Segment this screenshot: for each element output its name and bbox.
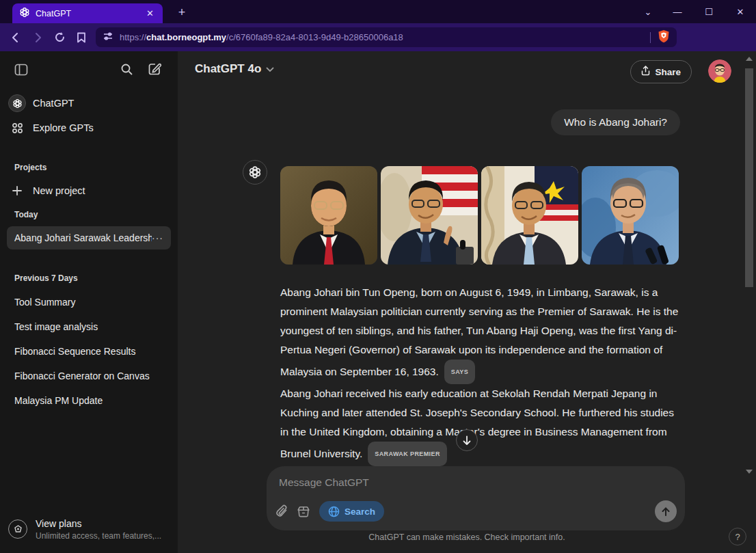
new-chat-icon[interactable]: [148, 62, 161, 79]
maximize-button[interactable]: ☐: [693, 0, 725, 23]
image-results-row: [280, 166, 679, 265]
scroll-to-bottom-button[interactable]: [456, 429, 478, 451]
user-avatar[interactable]: [708, 59, 731, 83]
browser-titlebar: ChatGPT ✕ + ⌄ — ☐ ✕: [0, 0, 756, 23]
model-switcher[interactable]: ChatGPT 4o: [195, 62, 274, 76]
projects-header: Projects: [14, 163, 46, 172]
chatgpt-favicon-icon: [19, 7, 30, 21]
user-message: Who is Abang Johari?: [551, 109, 680, 135]
share-icon: [641, 66, 650, 78]
message-input[interactable]: [279, 474, 662, 491]
chat-options-icon[interactable]: ···: [152, 232, 163, 243]
chatgpt-app: ChatGPT Explore GPTs Projects New projec…: [0, 51, 756, 553]
plus-icon: [8, 185, 26, 196]
upgrade-icon: [8, 520, 27, 539]
chat-main: ChatGPT 4o Share Who is Abang Johari?: [178, 51, 756, 553]
view-plans-button[interactable]: View plans Unlimited access, team featur…: [0, 511, 178, 547]
brave-shield-icon[interactable]: [658, 29, 670, 46]
sidebar-chat-active[interactable]: Abang Johari Sarawak Leadersh ···: [7, 226, 171, 249]
scrollbar-down-arrow[interactable]: [746, 470, 753, 474]
toolbox-icon[interactable]: [297, 504, 310, 518]
paragraph-text: Abang Johari received his early educatio…: [280, 388, 674, 459]
sidebar-item-explore-gpts[interactable]: Explore GPTs: [0, 117, 178, 139]
new-tab-button[interactable]: +: [174, 5, 190, 20]
disclaimer-text: ChatGPT can make mistakes. Check importa…: [178, 532, 756, 542]
result-image-2[interactable]: [381, 166, 478, 265]
arrow-down-icon: [462, 435, 472, 446]
view-plans-subtitle: Unlimited access, team features,...: [36, 531, 161, 541]
sidebar-chat-item[interactable]: Malaysia PM Update: [7, 389, 171, 412]
tab-close-icon[interactable]: ✕: [144, 8, 156, 18]
citation-badge-says[interactable]: SAYS: [444, 360, 475, 384]
sidebar-chat-item[interactable]: Fibonacci Generator on Canvas: [7, 364, 171, 388]
chat-title: Abang Johari Sarawak Leadersh: [14, 232, 152, 243]
tab-search-icon[interactable]: ⌄: [634, 0, 662, 23]
scrollbar-up-arrow[interactable]: [746, 57, 753, 61]
share-label: Share: [655, 67, 681, 77]
previous-7-days-header: Previous 7 Days: [14, 273, 78, 283]
minimize-button[interactable]: —: [662, 0, 693, 23]
attach-icon[interactable]: [276, 504, 288, 518]
bookmark-icon[interactable]: [72, 29, 90, 46]
close-button[interactable]: ✕: [725, 0, 756, 23]
citation-badge-sarawak-premier[interactable]: SARAWAK PREMIER: [368, 442, 447, 466]
search-label: Search: [345, 507, 375, 517]
sidebar-chat-item[interactable]: Tool Summary: [7, 291, 171, 314]
help-button[interactable]: ?: [729, 528, 746, 545]
assistant-paragraph-1: Abang Johari bin Tun Openg, born on Augu…: [280, 283, 685, 384]
back-icon[interactable]: [7, 29, 25, 46]
forward-icon[interactable]: [29, 29, 46, 46]
scrollbar[interactable]: [745, 51, 755, 476]
scrollbar-thumb[interactable]: [745, 68, 753, 287]
reload-icon[interactable]: [51, 29, 68, 46]
site-settings-icon[interactable]: [103, 31, 113, 44]
result-image-4[interactable]: [582, 166, 679, 265]
chatgpt-logo-icon: [8, 94, 26, 112]
sidebar-item-label: New project: [33, 185, 85, 196]
sidebar-item-new-project[interactable]: New project: [0, 180, 178, 202]
chevron-down-icon: [266, 62, 274, 76]
url-text: https://chat.borneogpt.my/c/6760fa89-82a…: [120, 32, 643, 42]
grid-icon: [8, 122, 26, 134]
result-image-3[interactable]: [481, 166, 578, 265]
addressbar-divider: [650, 32, 651, 43]
window-controls: ⌄ — ☐ ✕: [634, 0, 756, 23]
browser-window: ChatGPT ✕ + ⌄ — ☐ ✕: [0, 0, 756, 553]
assistant-paragraph-2: Abang Johari received his early educatio…: [280, 384, 685, 466]
tab-title: ChatGPT: [36, 9, 139, 18]
search-toggle[interactable]: Search: [319, 501, 384, 522]
browser-tab-chatgpt[interactable]: ChatGPT ✕: [12, 3, 163, 23]
sidebar-item-label: ChatGPT: [33, 98, 74, 109]
sidebar-item-chatgpt[interactable]: ChatGPT: [0, 92, 178, 114]
browser-toolbar: https://chat.borneogpt.my/c/6760fa89-82a…: [0, 23, 756, 51]
sidebar: ChatGPT Explore GPTs Projects New projec…: [0, 51, 178, 553]
result-image-1[interactable]: [280, 166, 377, 265]
assistant-avatar-icon: [243, 160, 267, 185]
globe-icon: [328, 506, 340, 517]
today-header: Today: [14, 210, 38, 219]
arrow-up-icon: [661, 507, 671, 517]
composer[interactable]: Search: [267, 466, 685, 530]
share-button[interactable]: Share: [630, 60, 692, 83]
model-name: ChatGPT 4o: [195, 62, 261, 76]
search-icon[interactable]: [120, 63, 133, 79]
sidebar-toggle-icon[interactable]: [14, 62, 29, 80]
address-bar[interactable]: https://chat.borneogpt.my/c/6760fa89-82a…: [96, 27, 677, 47]
sidebar-chat-item[interactable]: Test image analysis: [7, 315, 171, 338]
sidebar-chat-item[interactable]: Fibonacci Sequence Results: [7, 340, 171, 363]
send-button[interactable]: [655, 500, 677, 522]
sidebar-item-label: Explore GPTs: [33, 122, 94, 133]
view-plans-label: View plans: [36, 518, 161, 529]
paragraph-text: Abang Johari bin Tun Openg, born on Augu…: [280, 286, 678, 377]
